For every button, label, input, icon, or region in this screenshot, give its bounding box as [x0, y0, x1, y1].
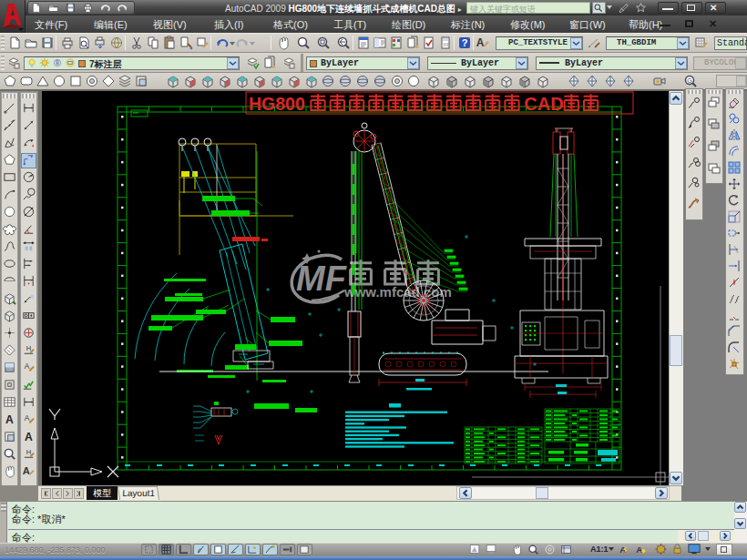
svg-text:G: G [687, 77, 691, 84]
svg-text:A: A [476, 36, 485, 49]
svg-text:A: A [25, 431, 33, 443]
svg-text:A: A [25, 361, 30, 371]
svg-text:A: A [23, 465, 30, 476]
svg-text:A: A [25, 413, 30, 423]
svg-text:A: A [636, 545, 642, 555]
svg-text:?: ? [462, 37, 468, 48]
svg-text:HG800: HG800 [249, 94, 305, 114]
svg-text:CAD: CAD [524, 94, 563, 114]
svg-text:A: A [5, 413, 14, 426]
